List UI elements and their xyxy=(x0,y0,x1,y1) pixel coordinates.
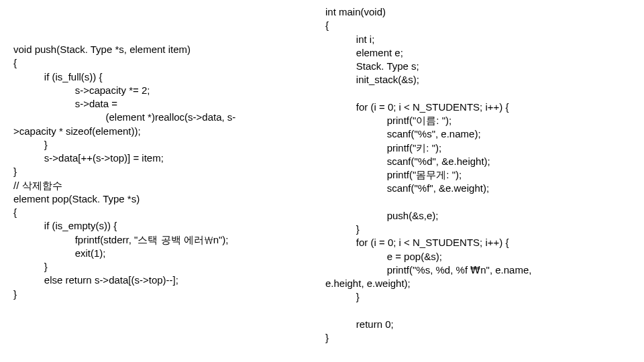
left-code-block: void push(Stack. Type *s, element item) … xyxy=(13,43,322,301)
right-code-block: int main(void) { int i; element e; Stack… xyxy=(325,5,634,345)
